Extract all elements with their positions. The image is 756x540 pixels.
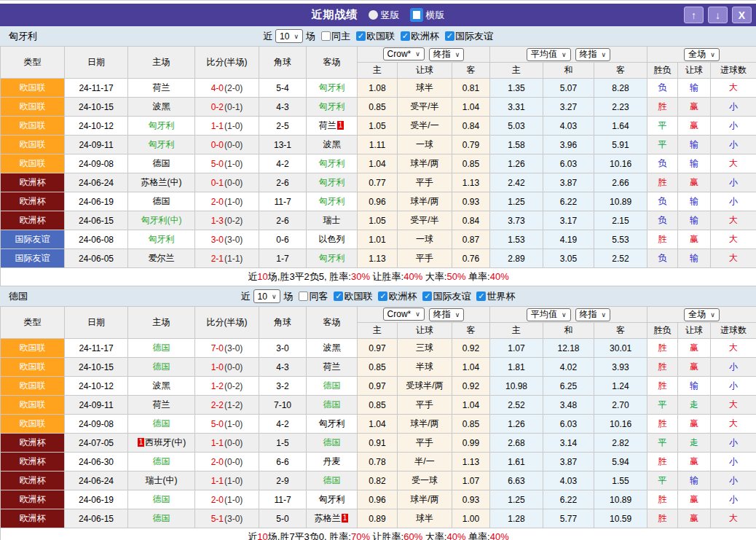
same-venue-filter[interactable]: 同主 bbox=[321, 30, 350, 43]
average-odds: 8.28 bbox=[594, 79, 647, 98]
column-subheader: 让球 bbox=[678, 63, 711, 79]
odds-company-select[interactable]: Crow*∨ bbox=[383, 308, 425, 321]
view-option-vertical[interactable]: 竖版 bbox=[369, 9, 400, 22]
games-label: 场 bbox=[306, 30, 315, 43]
handicap-odds: 球半/两 bbox=[398, 415, 452, 434]
handicap-odds: 0.93 bbox=[452, 192, 490, 211]
same-venue-filter[interactable]: 同客 bbox=[299, 290, 328, 303]
team-name: 匈牙利 bbox=[9, 30, 37, 43]
same-venue-label: 同客 bbox=[309, 290, 328, 303]
competition-label: 欧国联 bbox=[344, 290, 372, 303]
competition-filter[interactable]: ✓欧国联 bbox=[334, 290, 372, 303]
average-odds: 1.26 bbox=[490, 415, 543, 434]
home-team: 1西班牙(中) bbox=[128, 434, 195, 453]
corner-score: 3-2 bbox=[259, 377, 307, 396]
result-cell: 赢 bbox=[678, 173, 711, 192]
league-badge: 欧洲杯 bbox=[1, 192, 65, 211]
result-cell: 小 bbox=[711, 173, 756, 192]
match-count-select[interactable]: 10∨ bbox=[253, 289, 281, 303]
handicap-odds: 球半/两 bbox=[398, 192, 452, 211]
score-cell: 2-0(1-0) bbox=[195, 192, 259, 211]
filter-bar: 匈牙利 近 10∨ 场 同主 ✓欧国联✓欧洲杯✓国际友谊 bbox=[0, 26, 756, 46]
average-odds: 1.28 bbox=[490, 509, 543, 528]
score-cell: 2-2(1-2) bbox=[195, 396, 259, 415]
result-cell: 输 bbox=[678, 136, 711, 154]
column-subheader: 客 bbox=[452, 63, 490, 79]
scope-select[interactable]: 全场∨ bbox=[684, 48, 720, 61]
summary-segment: 40% bbox=[446, 531, 465, 540]
corner-score: 4-3 bbox=[259, 98, 307, 117]
match-count-select[interactable]: 10∨ bbox=[275, 29, 303, 43]
match-row: 欧国联24-09-11荷兰2-2(1-2)7-10德国0.85平手1.042.5… bbox=[1, 396, 756, 415]
competition-filter[interactable]: ✓国际友谊 bbox=[422, 290, 470, 303]
odds-company-select[interactable]: Crow*∨ bbox=[383, 47, 425, 60]
home-team: 德国 bbox=[128, 509, 195, 528]
corner-score: 5-0 bbox=[259, 509, 307, 528]
unchecked-checkbox-icon bbox=[321, 31, 331, 41]
scroll-up-button[interactable]: ↑ bbox=[684, 7, 704, 23]
result-cell: 负 bbox=[647, 79, 678, 98]
radio-selected-icon bbox=[410, 8, 423, 22]
summary-segment: 40% bbox=[490, 271, 509, 282]
column-header: 日期 bbox=[65, 47, 128, 79]
average-odds: 6.63 bbox=[490, 471, 543, 490]
red-card-badge: 1 bbox=[337, 121, 344, 130]
close-button[interactable]: X bbox=[732, 7, 752, 23]
fulltime-score: 1-1 bbox=[211, 121, 224, 131]
result-cell: 胜 bbox=[647, 98, 678, 117]
competition-label: 欧洲杯 bbox=[388, 290, 417, 303]
average-stage-select[interactable]: 终指∨ bbox=[575, 308, 611, 321]
summary-segment: 让胜率: bbox=[370, 271, 403, 282]
average-stage-select[interactable]: 终指∨ bbox=[575, 48, 611, 61]
fulltime-score: 1-2 bbox=[211, 381, 224, 391]
competition-label: 欧洲杯 bbox=[411, 30, 439, 43]
competition-filter[interactable]: ✓世界杯 bbox=[476, 290, 515, 303]
fulltime-score: 1-1 bbox=[211, 476, 224, 486]
handicap-odds: 0.79 bbox=[452, 136, 490, 154]
fulltime-score: 1-1 bbox=[211, 438, 224, 448]
halftime-score: (0-0) bbox=[224, 438, 243, 448]
result-cell: 输 bbox=[678, 377, 711, 396]
halftime-score: (0-0) bbox=[224, 178, 243, 188]
result-cell: 小 bbox=[711, 377, 756, 396]
average-select[interactable]: 平均值∨ bbox=[527, 308, 571, 321]
halftime-score: (3-0) bbox=[224, 343, 243, 353]
halftime-score: (1-0) bbox=[224, 159, 243, 169]
competition-filter[interactable]: ✓欧洲杯 bbox=[378, 290, 417, 303]
result-cell: 大 bbox=[711, 154, 756, 173]
result-group: 全场∨ bbox=[647, 307, 756, 323]
checked-checkbox-icon: ✓ bbox=[401, 31, 410, 41]
competition-filter[interactable]: ✓国际友谊 bbox=[445, 30, 493, 43]
match-date: 24-06-08 bbox=[65, 230, 128, 249]
scroll-down-button[interactable]: ↓ bbox=[708, 7, 728, 23]
result-cell: 胜 bbox=[647, 358, 678, 377]
handicap-odds: 球半/两 bbox=[398, 490, 452, 509]
competition-label: 欧国联 bbox=[366, 30, 395, 43]
column-header: 日期 bbox=[65, 307, 128, 339]
average-select[interactable]: 平均值∨ bbox=[527, 48, 571, 61]
summary-segment: 让胜率: bbox=[370, 531, 403, 540]
away-team: 匈牙利 bbox=[307, 79, 358, 98]
result-cell: 走 bbox=[678, 396, 711, 415]
league-badge: 国际友谊 bbox=[1, 249, 65, 268]
competition-filter[interactable]: ✓欧洲杯 bbox=[401, 30, 439, 43]
odds-stage-select[interactable]: 终指∨ bbox=[429, 48, 465, 61]
away-team: 以色列 bbox=[307, 230, 358, 249]
home-team: 德国 bbox=[128, 192, 195, 211]
handicap-odds: 1.04 bbox=[358, 154, 398, 173]
average-odds: 10.16 bbox=[594, 154, 647, 173]
match-row: 国际友谊24-06-05爱尔兰2-1(1-1)1-7匈牙利1.13平手0.762… bbox=[1, 249, 756, 268]
scope-select[interactable]: 全场∨ bbox=[684, 308, 720, 321]
odds-stage-select[interactable]: 终指∨ bbox=[429, 308, 465, 321]
home-team: 瑞士(中) bbox=[128, 471, 195, 490]
handicap-odds: 受一球 bbox=[398, 471, 452, 490]
result-cell: 胜 bbox=[647, 415, 678, 434]
away-team: 匈牙利 bbox=[307, 249, 358, 268]
view-option-horizontal[interactable]: 横版 bbox=[410, 8, 445, 22]
competition-filter[interactable]: ✓欧国联 bbox=[356, 30, 395, 43]
handicap-odds: 平手 bbox=[398, 173, 452, 192]
match-date: 24-06-30 bbox=[65, 453, 128, 471]
corner-score: 2-5 bbox=[259, 117, 307, 136]
result-cell: 输 bbox=[678, 154, 711, 173]
match-date: 24-06-15 bbox=[65, 211, 128, 230]
